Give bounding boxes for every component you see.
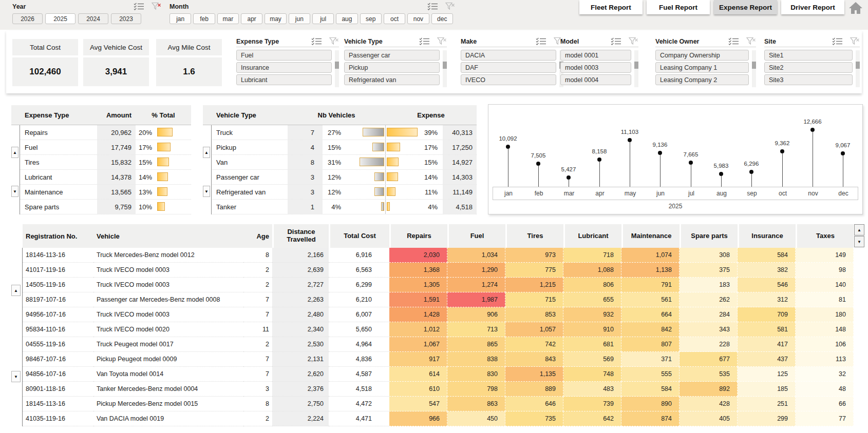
month-option-feb[interactable]: feb [193, 13, 215, 24]
clear-filter-icon[interactable] [445, 2, 455, 11]
column-header-registration-no-[interactable]: Registration No. [23, 224, 93, 248]
expense-row[interactable]: Spare parts9,75910% [11, 200, 191, 214]
slicer-item[interactable]: Passenger car [344, 50, 440, 61]
slicer-item[interactable]: IVECO [461, 74, 556, 85]
scroll-up-button[interactable]: ▲ [11, 147, 18, 158]
clear-filter-icon[interactable] [152, 2, 161, 11]
clear-filter-icon[interactable] [437, 37, 447, 46]
lollipop-point[interactable] [810, 128, 815, 132]
column-header-fuel[interactable]: Fuel [447, 224, 505, 248]
year-option-2024[interactable]: 2024 [78, 13, 108, 24]
scroll-down-button[interactable]: ▼ [854, 236, 864, 247]
expense-row[interactable]: Lubricant14,37814% [11, 170, 191, 185]
detail-table-row[interactable]: 18145-113-16Pickup Mercedes-Benz model 0… [11, 397, 865, 411]
slicer-item[interactable]: Insurance [236, 62, 332, 73]
detail-table-row[interactable]: 95834-110-16Truck IVECO model 0020112,34… [11, 322, 865, 337]
detail-table-row[interactable]: 94956-107-16Truck IVECO model 000372,480… [11, 307, 865, 322]
slicer-item[interactable]: Pickup [344, 62, 440, 73]
slicer-item[interactable]: Lubricant [236, 74, 332, 85]
select-multiple-icon[interactable] [427, 3, 438, 10]
select-multiple-icon[interactable] [728, 37, 739, 45]
month-option-jan[interactable]: jan [169, 13, 191, 24]
slicer-item[interactable]: DACIA [461, 50, 556, 61]
slicer-scrollbar[interactable] [335, 50, 339, 87]
year-option-2026[interactable]: 2026 [12, 13, 43, 24]
expense-table-scrollbar[interactable]: ▲ ▼ [11, 125, 20, 214]
lollipop-point[interactable] [597, 158, 601, 162]
lollipop-point[interactable] [749, 170, 753, 174]
slicer-item[interactable]: DAF [461, 62, 556, 73]
column-header-maintenance[interactable]: Maintenance [621, 224, 680, 248]
column-header-repairs[interactable]: Repairs [389, 224, 447, 248]
column-header-age[interactable]: Age [243, 224, 272, 248]
select-multiple-icon[interactable] [134, 3, 144, 10]
year-option-2025[interactable]: 2025 [45, 13, 76, 24]
scroll-up-button[interactable]: ▲ [203, 147, 210, 158]
clear-filter-icon[interactable] [746, 37, 756, 46]
month-option-apr[interactable]: apr [241, 13, 262, 24]
scroll-down-button[interactable]: ▼ [11, 371, 21, 382]
lollipop-point[interactable] [536, 162, 540, 166]
select-multiple-icon[interactable] [536, 37, 546, 45]
select-multiple-icon[interactable] [611, 37, 621, 45]
scroll-down-button[interactable]: ▼ [203, 186, 210, 197]
expense-row[interactable]: Repairs20,96220% [11, 125, 191, 140]
column-header-insurance[interactable]: Insurance [738, 224, 796, 248]
clear-filter-icon[interactable] [329, 37, 339, 46]
column-header-total-cost[interactable]: Total Cost [329, 224, 389, 248]
detail-table-row[interactable]: 18146-113-16Truck Mercedes-Benz model 00… [11, 248, 865, 263]
expense-row[interactable]: Maintenance13,56513% [11, 185, 191, 200]
detail-table-scrollbar[interactable]: ▲ ▼ [11, 248, 23, 426]
month-option-oct[interactable]: oct [384, 13, 405, 24]
month-option-dec[interactable]: dec [431, 13, 453, 24]
column-header-distance-travelled[interactable]: Distance Travelled [272, 224, 329, 248]
column-header-tires[interactable]: Tires [505, 224, 563, 248]
detail-table-row[interactable]: 41035-119-16Van DACIA model 001922,2244,… [11, 411, 865, 426]
slicer-item[interactable]: Leasing Company 1 [655, 62, 749, 73]
slicer-item[interactable]: Leasing Company 2 [655, 74, 749, 85]
lollipop-point[interactable] [506, 145, 510, 149]
vehicle-type-row[interactable]: Truck727%39%40,313 [203, 125, 477, 140]
slicer-scrollbar[interactable] [634, 50, 638, 87]
detail-table-row[interactable]: 41017-119-16Truck IVECO model 000322,639… [11, 263, 865, 278]
month-option-jun[interactable]: jun [289, 13, 310, 24]
detail-table-row[interactable]: 14505-119-16Truck IVECO model 000322,727… [11, 278, 865, 292]
slicer-item[interactable]: model 0003 [560, 62, 631, 73]
detail-table-row[interactable]: 80901-118-16Tanker Mercedes-Benz model 0… [11, 382, 865, 397]
month-option-sep[interactable]: sep [360, 13, 382, 24]
lollipop-point[interactable] [841, 151, 845, 155]
slicer-item[interactable]: Site3 [764, 74, 853, 85]
scrollbar-thumb[interactable] [856, 62, 860, 69]
tab-fuel-report[interactable]: Fuel Report [647, 0, 710, 14]
select-multiple-icon[interactable] [832, 37, 843, 45]
column-header-taxes[interactable]: Taxes [796, 224, 854, 248]
year-option-2023[interactable]: 2023 [111, 13, 141, 24]
lollipop-point[interactable] [689, 161, 693, 165]
column-header-spare-parts[interactable]: Spare parts [680, 224, 738, 248]
scroll-down-button[interactable]: ▼ [11, 186, 18, 197]
slicer-scrollbar[interactable] [856, 50, 860, 87]
month-option-aug[interactable]: aug [336, 13, 357, 24]
scrollbar-thumb[interactable] [752, 62, 756, 69]
slicer-item[interactable]: model 0004 [560, 74, 631, 85]
clear-filter-icon[interactable] [850, 37, 860, 46]
home-button[interactable] [847, 1, 864, 15]
slicer-item[interactable]: Company Ownership [655, 50, 749, 61]
tab-fleet-report[interactable]: Fleet Report [579, 0, 643, 14]
column-header-lubricant[interactable]: Lubricant [563, 224, 621, 248]
vehicle-type-row[interactable]: Refrigerated van312%11%11,149 [203, 185, 477, 200]
detail-table-row[interactable]: 98467-107-16Pickup Peugeot model 000972,… [11, 352, 865, 367]
lollipop-point[interactable] [567, 175, 571, 180]
lollipop-point[interactable] [628, 138, 632, 142]
slicer-item[interactable]: Site1 [764, 50, 853, 61]
vehicle-table-scrollbar[interactable]: ▲ ▼ [203, 125, 212, 214]
slicer-scrollbar[interactable] [752, 50, 756, 87]
tab-expense-report[interactable]: Expense Report [714, 0, 777, 14]
slicer-item[interactable]: model 0001 [560, 50, 631, 61]
select-multiple-icon[interactable] [419, 37, 430, 45]
select-multiple-icon[interactable] [311, 37, 322, 45]
vehicle-type-row[interactable]: Passenger car312%14%14,303 [203, 170, 477, 185]
scrollbar-thumb[interactable] [335, 62, 339, 69]
month-option-jul[interactable]: jul [312, 13, 334, 24]
month-option-may[interactable]: may [265, 13, 286, 24]
